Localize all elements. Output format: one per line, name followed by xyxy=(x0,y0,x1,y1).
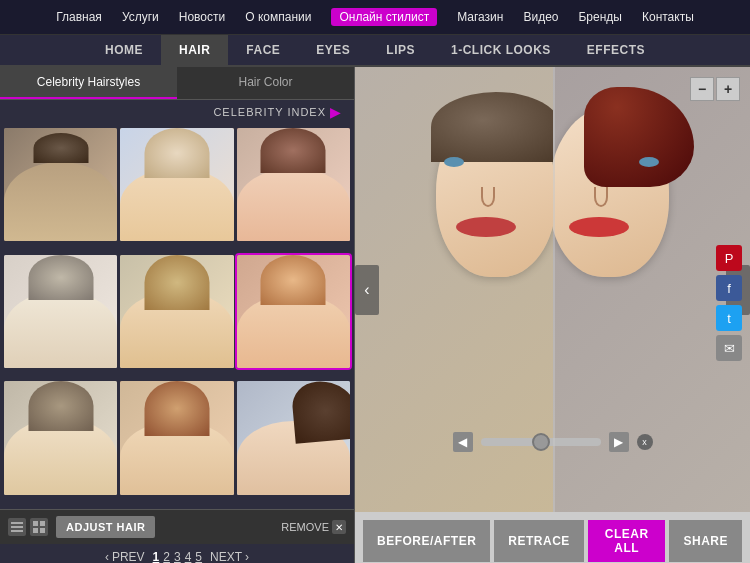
right-panel: − + ‹ › P f t xyxy=(355,67,750,563)
social-buttons: P f t ✉ xyxy=(716,245,742,361)
page-4[interactable]: 4 xyxy=(185,550,192,563)
action-buttons: BEFORE/AFTER RETRACE CLEAR ALL SHARE xyxy=(355,512,750,563)
nav-online-stylist[interactable]: Онлайн стилист xyxy=(331,8,437,26)
arrow-left-button[interactable]: ‹ xyxy=(355,265,379,315)
tab-celebrity-hairstyles[interactable]: Celebrity Hairstyles xyxy=(0,67,177,99)
svg-rect-5 xyxy=(33,528,38,533)
hair-thumb-9[interactable] xyxy=(237,381,350,494)
page-2[interactable]: 2 xyxy=(163,550,170,563)
retrace-button[interactable]: RETRACE xyxy=(494,520,584,562)
share-button[interactable]: SHARE xyxy=(669,520,742,562)
zoom-controls: − + xyxy=(690,77,740,101)
svg-rect-1 xyxy=(11,526,23,528)
tab-face[interactable]: FACE xyxy=(228,35,298,65)
nav-video[interactable]: Видео xyxy=(523,10,558,24)
slider-thumb[interactable] xyxy=(532,433,550,451)
tab-lips[interactable]: LIPS xyxy=(368,35,433,65)
svg-rect-4 xyxy=(40,521,45,526)
page-3[interactable]: 3 xyxy=(174,550,181,563)
zoom-plus-button[interactable]: + xyxy=(716,77,740,101)
prev-chevron-icon: ‹ xyxy=(105,550,109,563)
tab-home[interactable]: HOME xyxy=(87,35,161,65)
adjust-hair-button[interactable]: ADJUST HAIR xyxy=(56,516,155,538)
page-numbers: 1 2 3 4 5 xyxy=(153,550,202,563)
svg-rect-0 xyxy=(11,522,23,524)
prev-button[interactable]: ‹ PREV xyxy=(105,550,145,563)
twitter-button[interactable]: t xyxy=(716,305,742,331)
tab-1click[interactable]: 1-CLICK LOOKS xyxy=(433,35,569,65)
remove-button[interactable]: REMOVE ✕ xyxy=(281,520,346,534)
celebrity-index-arrow[interactable]: ▶ xyxy=(330,104,342,120)
list-view-icon[interactable] xyxy=(8,518,26,536)
celebrity-index-row: CELEBRITY INDEX ▶ xyxy=(0,100,354,124)
hair-thumb-6[interactable] xyxy=(237,255,350,368)
hair-thumb-1[interactable] xyxy=(4,128,117,241)
grid-view-icon[interactable] xyxy=(30,518,48,536)
hair-grid xyxy=(0,124,354,509)
page-5[interactable]: 5 xyxy=(195,550,202,563)
hair-thumb-8[interactable] xyxy=(120,381,233,494)
nav-brands[interactable]: Бренды xyxy=(578,10,621,24)
twitter-icon: t xyxy=(727,311,731,326)
remove-x-icon[interactable]: ✕ xyxy=(332,520,346,534)
tab-row: Celebrity Hairstyles Hair Color xyxy=(0,67,354,100)
zoom-minus-button[interactable]: − xyxy=(690,77,714,101)
hair-thumb-3[interactable] xyxy=(237,128,350,241)
pagination: ‹ PREV 1 2 3 4 5 NEXT › xyxy=(0,544,354,563)
hair-thumb-4[interactable] xyxy=(4,255,117,368)
nav-novosti[interactable]: Новости xyxy=(179,10,225,24)
hair-thumb-2[interactable] xyxy=(120,128,233,241)
second-navigation: HOME HAIR FACE EYES LIPS 1-CLICK LOOKS E… xyxy=(0,35,750,67)
grid-icons xyxy=(8,518,48,536)
next-chevron-icon: › xyxy=(245,550,249,563)
nav-glavnaya[interactable]: Главная xyxy=(56,10,102,24)
tab-effects[interactable]: EFFECTS xyxy=(569,35,663,65)
next-button[interactable]: NEXT › xyxy=(210,550,249,563)
next-label: NEXT xyxy=(210,550,242,563)
email-button[interactable]: ✉ xyxy=(716,335,742,361)
top-navigation: Главная Услуги Новости О компании Онлайн… xyxy=(0,0,750,35)
hair-thumb-7[interactable] xyxy=(4,381,117,494)
email-icon: ✉ xyxy=(724,341,735,356)
main-content: Celebrity Hairstyles Hair Color CELEBRIT… xyxy=(0,67,750,563)
slider-right-button[interactable]: ▶ xyxy=(609,432,629,452)
slider-reset-button[interactable]: x xyxy=(637,434,653,450)
slider-track[interactable] xyxy=(481,438,601,446)
clear-all-button[interactable]: CLEAR ALL xyxy=(588,520,666,562)
before-after-button[interactable]: BEFORE/AFTER xyxy=(363,520,490,562)
svg-rect-3 xyxy=(33,521,38,526)
pinterest-icon: P xyxy=(725,251,734,266)
bottom-toolbar: ADJUST HAIR REMOVE ✕ xyxy=(0,509,354,544)
nav-uslugi[interactable]: Услуги xyxy=(122,10,159,24)
svg-rect-6 xyxy=(40,528,45,533)
tab-eyes[interactable]: EYES xyxy=(298,35,368,65)
portrait-area: − + ‹ › P f t xyxy=(355,67,750,512)
nav-contacts[interactable]: Контакты xyxy=(642,10,694,24)
tab-hair-color[interactable]: Hair Color xyxy=(177,67,354,99)
hair-thumb-5[interactable] xyxy=(120,255,233,368)
slider-left-button[interactable]: ◀ xyxy=(453,432,473,452)
svg-rect-2 xyxy=(11,530,23,532)
facebook-button[interactable]: f xyxy=(716,275,742,301)
tab-hair[interactable]: HAIR xyxy=(161,35,228,65)
celebrity-index-label: CELEBRITY INDEX xyxy=(213,106,326,118)
page-1[interactable]: 1 xyxy=(153,550,160,563)
pinterest-button[interactable]: P xyxy=(716,245,742,271)
prev-label: PREV xyxy=(112,550,145,563)
nav-magazine[interactable]: Магазин xyxy=(457,10,503,24)
facebook-icon: f xyxy=(727,281,731,296)
nav-ocompany[interactable]: О компании xyxy=(245,10,311,24)
remove-label: REMOVE xyxy=(281,521,329,533)
left-panel: Celebrity Hairstyles Hair Color CELEBRIT… xyxy=(0,67,355,563)
